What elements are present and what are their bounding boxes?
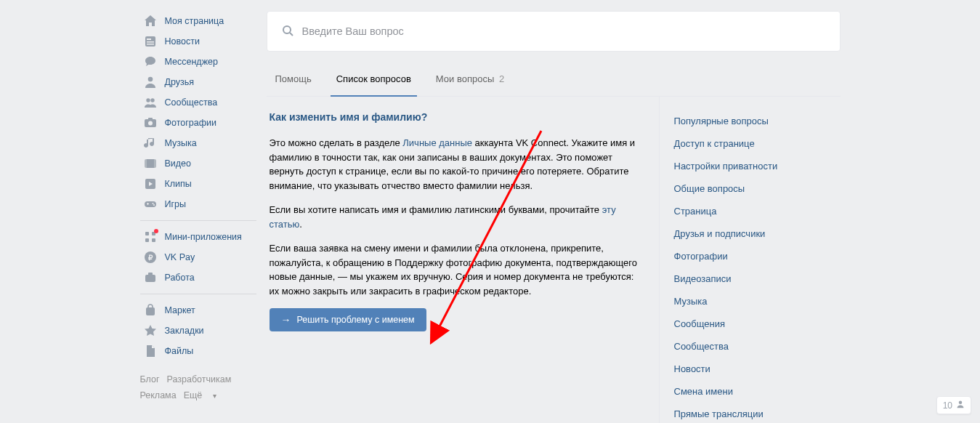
game-icon	[143, 197, 158, 212]
svg-rect-27	[148, 273, 153, 275]
chevron-down-icon: ▾	[211, 392, 216, 400]
footer-link-more[interactable]: Ещё ▾	[184, 387, 224, 404]
svg-rect-22	[145, 238, 149, 242]
svg-rect-19	[147, 203, 148, 205]
bookmark-icon	[143, 323, 158, 338]
svg-point-6	[150, 98, 154, 102]
sidebar-item-work[interactable]: Работа	[140, 267, 256, 288]
clips-icon	[143, 177, 158, 191]
category-link[interactable]: Страница	[674, 200, 838, 222]
sidebar-item-bookmark[interactable]: Закладки	[140, 321, 256, 341]
svg-rect-12	[154, 159, 156, 168]
svg-point-16	[152, 203, 153, 204]
sidebar-item-user[interactable]: Друзья	[140, 72, 256, 92]
tab-questions-list[interactable]: Список вопросов	[331, 63, 417, 96]
sidebar-item-video[interactable]: Видео	[140, 153, 256, 174]
sidebar-item-label: Работа	[165, 273, 195, 283]
sidebar-item-label: Мини-приложения	[165, 232, 242, 242]
svg-rect-15	[145, 201, 156, 207]
svg-rect-2	[147, 41, 154, 43]
sidebar-item-apps[interactable]: Мини-приложения	[140, 227, 256, 247]
category-link[interactable]: Музыка	[674, 290, 838, 313]
article-paragraph: Если вы хотите написать имя и фамилию ла…	[270, 203, 644, 231]
category-link[interactable]: Популярные вопросы	[674, 110, 838, 132]
apps-icon	[143, 230, 158, 244]
sidebar-item-label: Мессенджер	[165, 57, 218, 67]
search-input[interactable]	[302, 25, 825, 37]
arrow-right-icon: →	[281, 314, 291, 326]
sidebar-group-1: Моя страницаНовостиМессенджерДрузьяСообщ…	[140, 11, 256, 214]
svg-point-30	[283, 26, 291, 33]
notification-count: 10	[943, 400, 952, 411]
sidebar-item-label: Игры	[165, 199, 186, 209]
tabs: Помощь Список вопросов Мои вопросы 2	[267, 63, 841, 97]
sidebar-group-3: МаркетЗакладкиФайлы	[140, 300, 256, 361]
categories-sidebar: Популярные вопросыДоступ к страницеНастр…	[659, 97, 838, 423]
solve-name-problem-button[interactable]: → Решить проблему с именем	[270, 308, 426, 331]
svg-point-5	[146, 98, 150, 102]
svg-rect-3	[147, 44, 154, 45]
home-icon	[143, 14, 158, 28]
svg-rect-11	[145, 159, 147, 168]
sidebar-item-label: Видео	[165, 158, 192, 169]
sidebar-item-label: Фотографии	[165, 118, 216, 128]
category-link[interactable]: Общие вопросы	[674, 177, 838, 200]
chat-icon	[143, 55, 158, 69]
sidebar-item-label: Клипы	[165, 179, 192, 189]
main-row: Как изменить имя и фамилию? Это можно сд…	[267, 97, 841, 423]
svg-rect-23	[152, 238, 155, 242]
sidebar-item-clips[interactable]: Клипы	[140, 174, 256, 194]
sidebar-item-camera[interactable]: Фотографии	[140, 113, 256, 133]
category-link[interactable]: Видеозаписи	[674, 267, 838, 290]
sidebar-item-music[interactable]: Музыка	[140, 133, 256, 153]
work-icon	[143, 270, 158, 285]
sidebar-group-2: Мини-приложения₽VK PayРабота	[140, 227, 256, 288]
sidebar-item-label: Сообщества	[165, 97, 218, 108]
person-icon	[956, 400, 965, 411]
category-link[interactable]: Друзья и подписчики	[674, 222, 838, 245]
svg-rect-1	[147, 39, 151, 40]
sidebar-item-pay[interactable]: ₽VK Pay	[140, 247, 256, 267]
user-icon	[143, 75, 158, 89]
category-link[interactable]: Сообщества	[674, 335, 838, 358]
sidebar-item-home[interactable]: Моя страница	[140, 11, 256, 31]
left-sidebar: Моя страницаНовостиМессенджерДрузьяСообщ…	[140, 11, 256, 423]
sidebar-item-chat[interactable]: Мессенджер	[140, 52, 256, 72]
solve-button-label: Решить проблему с именем	[297, 315, 415, 325]
news-icon	[143, 34, 158, 49]
category-link[interactable]: Доступ к странице	[674, 132, 838, 155]
article-title: Как изменить имя и фамилию?	[270, 111, 644, 123]
search-panel	[267, 11, 841, 52]
svg-rect-26	[145, 275, 155, 282]
market-icon	[143, 303, 158, 318]
footer-link-ads[interactable]: Реклама	[140, 387, 177, 404]
svg-point-17	[153, 204, 155, 206]
category-link[interactable]: Сообщения	[674, 313, 838, 335]
sidebar-item-users[interactable]: Сообщества	[140, 92, 256, 113]
category-link[interactable]: Смена имени	[674, 380, 838, 403]
svg-marker-29	[145, 325, 156, 336]
tab-help[interactable]: Помощь	[270, 63, 317, 96]
footer-link-blog[interactable]: Блог	[140, 371, 160, 387]
tab-my-questions[interactable]: Мои вопросы 2	[430, 63, 510, 96]
sidebar-item-label: Моя страница	[165, 16, 224, 26]
category-link[interactable]: Фотографии	[674, 245, 838, 267]
category-link[interactable]: Прямые трансляции	[674, 403, 838, 423]
notification-pill[interactable]: 10	[936, 396, 971, 414]
sidebar-item-news[interactable]: Новости	[140, 31, 256, 52]
sidebar-item-files[interactable]: Файлы	[140, 341, 256, 361]
search-icon	[282, 25, 293, 39]
sidebar-item-game[interactable]: Игры	[140, 194, 256, 214]
link-personal-data[interactable]: Личные данные	[402, 137, 472, 148]
sidebar-item-label: Музыка	[165, 138, 197, 148]
category-link[interactable]: Настройки приватности	[674, 155, 838, 177]
sidebar-item-market[interactable]: Маркет	[140, 300, 256, 321]
category-link[interactable]: Новости	[674, 358, 838, 380]
svg-text:₽: ₽	[148, 254, 153, 262]
sidebar-item-label: Новости	[165, 36, 200, 47]
footer-link-developers[interactable]: Разработчикам	[167, 371, 232, 387]
svg-rect-9	[148, 118, 153, 120]
sidebar-item-label: Маркет	[165, 305, 195, 315]
sidebar-separator	[140, 220, 256, 221]
sidebar-footer: Блог Разработчикам Реклама Ещё ▾	[140, 371, 256, 404]
